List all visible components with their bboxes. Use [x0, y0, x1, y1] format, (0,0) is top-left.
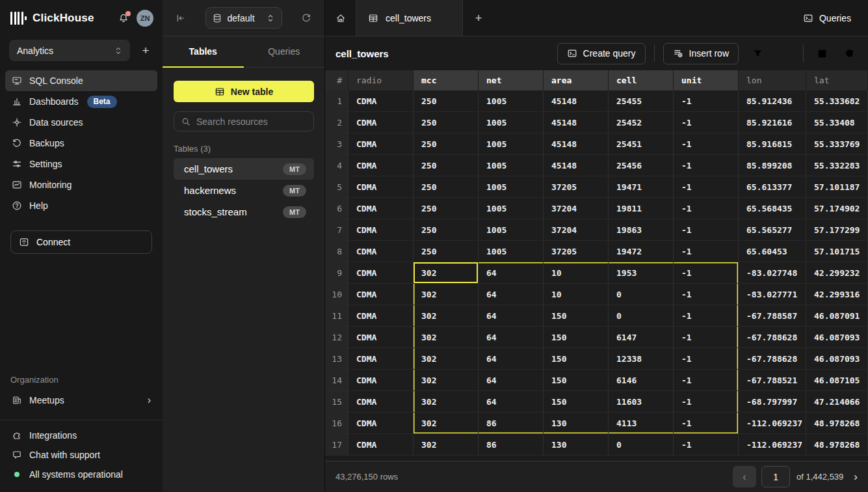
cell[interactable]: 6147	[609, 327, 674, 348]
cell[interactable]: CDMA	[349, 370, 414, 391]
row-number[interactable]: 3	[325, 133, 349, 155]
cell[interactable]: 1005	[479, 90, 544, 112]
cell[interactable]: 302	[414, 348, 479, 370]
cell[interactable]: 55.333769	[806, 133, 868, 155]
cell[interactable]: 6146	[609, 370, 674, 391]
notifications-bell-icon[interactable]	[118, 13, 129, 23]
search-input[interactable]	[196, 116, 307, 127]
cell[interactable]: 1005	[479, 241, 544, 262]
cell[interactable]: -1	[674, 133, 739, 155]
column-header-num[interactable]: #	[325, 70, 349, 90]
cell[interactable]: 250	[414, 176, 479, 198]
cell[interactable]: 10	[544, 284, 609, 305]
cell[interactable]: CDMA	[349, 348, 414, 370]
sidebar-item-dashboards[interactable]: DashboardsBeta	[5, 91, 157, 112]
cell[interactable]: -1	[674, 262, 739, 284]
row-number[interactable]: 7	[325, 219, 349, 241]
row-number[interactable]: 16	[325, 413, 349, 434]
home-icon[interactable]	[325, 0, 356, 36]
cell[interactable]: 65.568435	[739, 198, 806, 219]
cell[interactable]: 48.978268	[806, 413, 868, 434]
cell[interactable]: CDMA	[349, 413, 414, 434]
sidebar-item-data-sources[interactable]: Data sources	[5, 112, 157, 133]
cell[interactable]: 1005	[479, 176, 544, 198]
table-list-item-stocks-stream[interactable]: stocks_streamMT	[174, 201, 314, 223]
cell[interactable]: 302	[414, 391, 479, 413]
connect-button[interactable]: Connect	[10, 230, 152, 254]
column-header-area[interactable]: area	[544, 70, 609, 90]
row-number[interactable]: 10	[325, 284, 349, 305]
cell[interactable]: 302	[414, 305, 479, 327]
cell[interactable]: 64	[479, 284, 544, 305]
cell[interactable]: 302	[414, 327, 479, 348]
table-list-item-hackernews[interactable]: hackernewsMT	[174, 180, 314, 201]
sidebar-item-monitoring[interactable]: Monitoring	[5, 174, 157, 195]
cell[interactable]: 12338	[609, 348, 674, 370]
cell[interactable]: -67.788521	[739, 370, 806, 391]
sidebar-item-all-systems-operational[interactable]: All systems operational	[5, 465, 157, 484]
cell[interactable]: 130	[544, 413, 609, 434]
cell[interactable]: 130	[544, 434, 609, 456]
cell[interactable]: 250	[414, 133, 479, 155]
previous-page-button[interactable]: ‹	[733, 466, 756, 487]
row-number[interactable]: 15	[325, 391, 349, 413]
cell[interactable]: CDMA	[349, 262, 414, 284]
row-number[interactable]: 4	[325, 155, 349, 176]
cell[interactable]: -1	[674, 305, 739, 327]
cell[interactable]: CDMA	[349, 327, 414, 348]
cell[interactable]: 150	[544, 391, 609, 413]
cell[interactable]: 0	[609, 284, 674, 305]
column-header-net[interactable]: net	[479, 70, 544, 90]
cell[interactable]: -1	[674, 391, 739, 413]
sidebar-item-meetups[interactable]: Meetups ›	[5, 390, 157, 411]
create-query-button[interactable]: Create query	[557, 43, 646, 64]
cell[interactable]: -1	[674, 198, 739, 219]
add-service-button[interactable]: +	[138, 44, 153, 58]
row-number[interactable]: 12	[325, 327, 349, 348]
cell[interactable]: 64	[479, 305, 544, 327]
cell[interactable]: -1	[674, 112, 739, 133]
sidebar-item-chat-with-support[interactable]: Chat with support	[5, 445, 157, 465]
cell[interactable]: 250	[414, 155, 479, 176]
cell[interactable]: CDMA	[349, 219, 414, 241]
cell[interactable]: 150	[544, 327, 609, 348]
cell[interactable]: 86	[479, 413, 544, 434]
table-list-item-cell-towers[interactable]: cell_towersMT	[174, 158, 314, 180]
cell[interactable]: 47.214066	[806, 391, 868, 413]
cell[interactable]: -1	[674, 284, 739, 305]
cell[interactable]: -67.788587	[739, 305, 806, 327]
new-tab-button[interactable]: +	[463, 0, 494, 36]
cell[interactable]: CDMA	[349, 176, 414, 198]
cell[interactable]: 55.33408	[806, 112, 868, 133]
column-header-lon[interactable]: lon	[739, 70, 806, 90]
new-table-button[interactable]: New table	[174, 81, 314, 102]
cell[interactable]: 37204	[544, 198, 609, 219]
cell[interactable]: 19863	[609, 219, 674, 241]
cell[interactable]: 65.60453	[739, 241, 806, 262]
cell[interactable]: CDMA	[349, 391, 414, 413]
tab-tables[interactable]: Tables	[163, 36, 244, 68]
cell[interactable]: -1	[674, 348, 739, 370]
cell[interactable]: 37205	[544, 241, 609, 262]
cell[interactable]: -1	[674, 219, 739, 241]
cell[interactable]: 1005	[479, 219, 544, 241]
cell[interactable]: 250	[414, 241, 479, 262]
cell[interactable]: CDMA	[349, 133, 414, 155]
queries-button[interactable]: Queries	[803, 13, 851, 23]
sidebar-item-integrations[interactable]: Integrations	[5, 426, 157, 445]
cell[interactable]: 57.101715	[806, 241, 868, 262]
cell[interactable]: -1	[674, 241, 739, 262]
cell[interactable]: 25451	[609, 133, 674, 155]
row-number[interactable]: 8	[325, 241, 349, 262]
column-header-lat[interactable]: lat	[806, 70, 868, 90]
cell[interactable]: 57.101187	[806, 176, 868, 198]
sidebar-item-help[interactable]: Help	[5, 195, 157, 216]
tab-queries[interactable]: Queries	[244, 36, 325, 68]
active-cell[interactable]: 302	[414, 262, 479, 284]
cell[interactable]: 45148	[544, 112, 609, 133]
cell[interactable]: 1953	[609, 262, 674, 284]
cell[interactable]: 302	[414, 284, 479, 305]
cell[interactable]: 85.899208	[739, 155, 806, 176]
sidebar-item-backups[interactable]: Backups	[5, 133, 157, 154]
download-icon[interactable]	[812, 44, 832, 63]
